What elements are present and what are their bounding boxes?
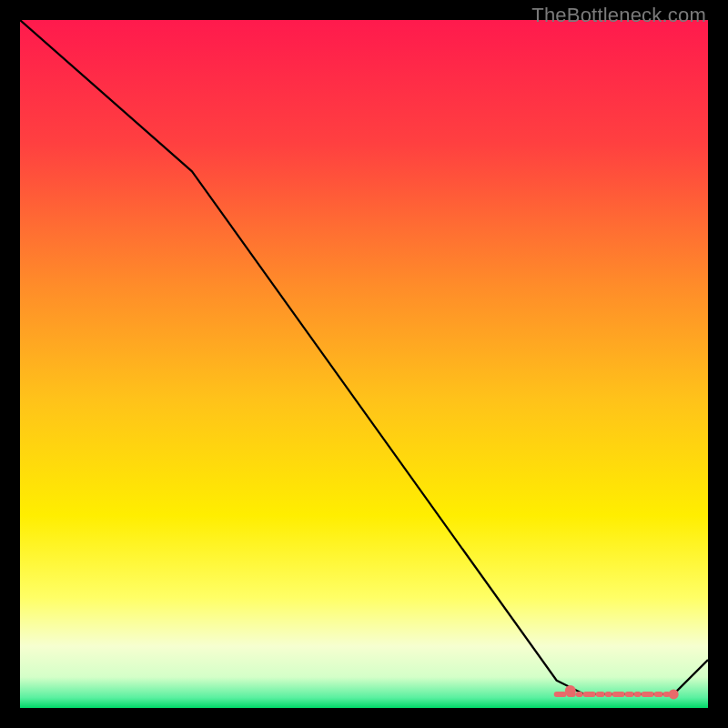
watermark-text: TheBottleneck.com [531, 4, 706, 27]
chart-root: TheBottleneck.com [0, 0, 728, 728]
marker-point [565, 685, 576, 696]
chart-line-layer [20, 20, 708, 708]
chart-line [20, 20, 708, 694]
marker-point [669, 689, 679, 699]
plot-area [20, 20, 708, 708]
